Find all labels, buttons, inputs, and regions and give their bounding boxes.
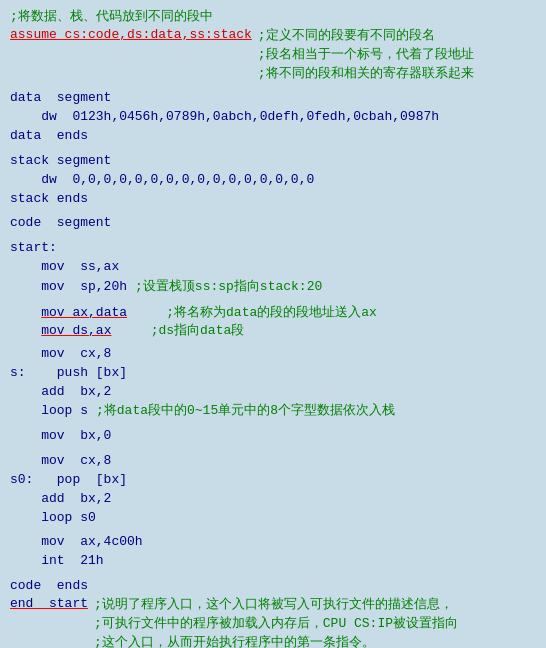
stack-dw: dw 0,0,0,0,0,0,0,0,0,0,0,0,0,0,0,0 bbox=[10, 171, 536, 190]
mov-ds-ax-code: mov ds,ax bbox=[41, 323, 111, 338]
comment-ds: ;ds指向data段 bbox=[119, 321, 244, 339]
data-dw: dw 0123h,0456h,0789h,0abch,0defh,0fedh,0… bbox=[10, 108, 536, 127]
mov-ss-ax: mov ss,ax bbox=[10, 258, 536, 277]
top-comment-1: ;将数据、栈、代码放到不同的段中 bbox=[10, 8, 536, 27]
code-ends: code ends bbox=[10, 577, 536, 596]
mov-sp-line: mov sp,20h ;设置栈顶ss:sp指向stack:20 bbox=[10, 277, 536, 297]
stack-segment: stack segment bbox=[10, 152, 536, 171]
loop-s-line: loop s ;将data段中的0~15单元中的8个字型数据依次入栈 bbox=[10, 401, 536, 421]
code-segment: code segment bbox=[10, 214, 536, 233]
add-bx-2: add bx,2 bbox=[10, 383, 536, 402]
mov-ds-ax-line: mov ds,ax ;ds指向data段 bbox=[10, 321, 536, 339]
s0-label: s0: pop [bx] bbox=[10, 471, 536, 490]
loop-s0: loop s0 bbox=[10, 509, 536, 528]
mov-ax-stack: start: bbox=[10, 239, 536, 258]
data-ends: data ends bbox=[10, 127, 536, 146]
end-comments: ;说明了程序入口，这个入口将被写入可执行文件的描述信息， ;可执行文件中的程序被… bbox=[94, 596, 458, 648]
mov-cx-8-2: mov cx,8 bbox=[10, 452, 536, 471]
mov-ax-data-line: mov ax,data ;将名称为data的段的段地址送入ax bbox=[10, 303, 536, 321]
mov-bx-0: mov bx,0 bbox=[10, 427, 536, 446]
assume-code: assume cs:code,ds:data,ss:stack bbox=[10, 27, 252, 42]
mov-ax-data-code: mov ax,data bbox=[41, 305, 127, 320]
main-content: ;将数据、栈、代码放到不同的段中 assume cs:code,ds:data,… bbox=[10, 8, 536, 648]
end-start-line: end start ;说明了程序入口，这个入口将被写入可执行文件的描述信息， ;… bbox=[10, 596, 536, 648]
add-bx-2-2: add bx,2 bbox=[10, 490, 536, 509]
comment-sp: ;设置栈顶ss:sp指向stack:20 bbox=[135, 277, 322, 295]
mov-cx-8: mov cx,8 bbox=[10, 345, 536, 364]
mov-ax-4c00h: mov ax,4c00h bbox=[10, 533, 536, 552]
int-21h: int 21h bbox=[10, 552, 536, 571]
s-label: s: push [bx] bbox=[10, 364, 536, 383]
comment-ax-data: ;将名称为data的段的段地址送入ax bbox=[135, 303, 377, 321]
loop-s: loop s bbox=[10, 402, 88, 421]
comment-loop-s: ;将data段中的0~15单元中的8个字型数据依次入栈 bbox=[96, 401, 395, 419]
mov-sp-20h: mov sp,20h bbox=[10, 278, 127, 297]
data-segment: data segment bbox=[10, 89, 536, 108]
assume-comments: ;定义不同的段要有不同的段名 ;段名相当于一个标号，代着了段地址 ;将不同的段和… bbox=[258, 27, 474, 84]
assume-line: assume cs:code,ds:data,ss:stack ;定义不同的段要… bbox=[10, 27, 536, 84]
end-start-code: end start bbox=[10, 596, 88, 611]
stack-ends: stack ends bbox=[10, 190, 536, 209]
